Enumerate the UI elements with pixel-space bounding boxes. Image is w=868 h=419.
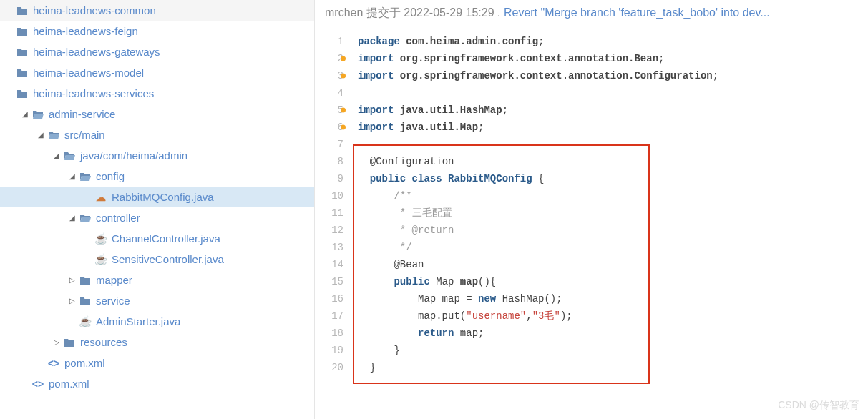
folder-icon (79, 295, 92, 307)
folder-icon (16, 87, 29, 100)
tree-item[interactable]: ▷service (0, 290, 314, 311)
code-line: * 三毛配置 (358, 204, 868, 222)
commit-date: 2022-05-29 15:29 (404, 6, 494, 19)
tree-item-label: java/com/heima/admin (80, 149, 187, 162)
tree-item[interactable]: ☕SensitiveController.java (0, 249, 314, 270)
code-line: public Map map(){ (358, 273, 868, 290)
tree-item[interactable]: heima-leadnews-gateways (0, 41, 314, 62)
line-number: 3 (315, 67, 343, 84)
tree-item-label: heima-leadnews-feign (33, 25, 138, 37)
line-number: 1 (315, 33, 343, 50)
tree-item[interactable]: ☁RabbitMQConfig.java (0, 187, 314, 207)
code-line: } (358, 342, 868, 359)
tree-item-label: controller (96, 212, 140, 224)
tree-item-label: RabbitMQConfig.java (112, 191, 214, 203)
tree-item[interactable]: <>pom.xml (0, 373, 314, 394)
tree-item[interactable]: heima-leadnews-feign (0, 21, 314, 41)
line-number: 10 (315, 187, 343, 204)
expander-icon[interactable]: ◢ (52, 152, 62, 159)
line-number: 9 (315, 170, 343, 187)
line-number: 12 (315, 222, 343, 239)
folder-open-icon (47, 129, 60, 142)
tree-item-label: heima-leadnews-services (33, 87, 154, 99)
line-number: 19 (315, 342, 343, 359)
tree-item[interactable]: heima-leadnews-services (0, 83, 314, 104)
folder-open-icon (31, 108, 44, 121)
code-line (358, 84, 868, 102)
code-line: import java.util.HashMap; (358, 102, 868, 119)
tree-item-label: ChannelController.java (112, 232, 220, 245)
tree-item[interactable]: ☕ChannelController.java (0, 228, 314, 249)
java-m-icon: ☁ (94, 191, 107, 204)
commit-message[interactable]: Revert "Merge branch 'feature_task_bobo'… (504, 6, 770, 19)
tree-item[interactable]: ◢controller (0, 207, 314, 228)
tree-item[interactable]: ◢admin-service (0, 104, 314, 124)
xml-icon: <> (31, 378, 44, 390)
line-number: 14 (315, 256, 343, 273)
commit-submitted-label: 提交于 (366, 6, 401, 19)
tree-item[interactable]: ▷resources (0, 332, 314, 353)
line-number: 6 (315, 119, 343, 136)
tree-item-label: src/main (64, 129, 105, 141)
line-gutter: 1234567891011121314151617181920 (315, 33, 351, 419)
file-tree[interactable]: heima-leadnews-commonheima-leadnews-feig… (0, 0, 315, 419)
tree-item[interactable]: ◢java/com/heima/admin (0, 145, 314, 166)
code-line: import org.springframework.context.annot… (358, 50, 868, 67)
tree-item-label: mapper (96, 274, 132, 286)
expander-icon[interactable]: ◢ (67, 214, 77, 222)
code-line: package com.heima.admin.config; (358, 33, 868, 50)
code-line: @Configuration (358, 153, 868, 170)
folder-icon (16, 46, 29, 59)
tree-item-label: SensitiveController.java (112, 253, 224, 265)
code-line: */ (358, 239, 868, 256)
line-number: 4 (315, 84, 343, 102)
code-panel: mrchen 提交于 2022-05-29 15:29 . Revert "Me… (315, 0, 868, 419)
code-line: import java.util.Map; (358, 119, 868, 136)
java-icon: ☕ (79, 315, 92, 328)
tree-item[interactable]: heima-leadnews-model (0, 62, 314, 83)
code-line: map.put("username","3毛"); (358, 307, 868, 325)
code-lines: package com.heima.admin.config;import or… (351, 33, 868, 419)
expander-icon[interactable]: ▷ (52, 338, 62, 346)
commit-author: mrchen (325, 6, 363, 19)
tree-item-label: service (96, 295, 130, 307)
code-line: } (358, 359, 868, 376)
java-icon: ☕ (94, 253, 107, 266)
expander-icon[interactable]: ◢ (20, 110, 30, 118)
expander-icon[interactable]: ▷ (67, 297, 77, 305)
folder-icon (16, 66, 29, 79)
tree-item[interactable]: ◢config (0, 166, 314, 187)
tree-item[interactable]: <>pom.xml (0, 353, 314, 373)
tree-item-label: config (96, 170, 125, 182)
tree-item-label: AdminStarter.java (96, 315, 180, 327)
code-line: @Bean (358, 256, 868, 273)
line-number: 15 (315, 273, 343, 290)
code-editor[interactable]: 1234567891011121314151617181920 package … (315, 29, 868, 419)
expander-icon[interactable]: ◢ (67, 172, 77, 180)
code-line: return map; (358, 325, 868, 342)
expander-icon[interactable]: ▷ (67, 276, 77, 284)
line-number: 13 (315, 239, 343, 256)
folder-icon (79, 274, 92, 287)
line-number: 7 (315, 136, 343, 153)
folder-icon (16, 25, 29, 38)
tree-item[interactable]: ◢src/main (0, 124, 314, 145)
folder-open-icon (79, 212, 92, 225)
tree-item-label: heima-leadnews-gateways (33, 46, 160, 58)
code-line: /** (358, 187, 868, 204)
folder-icon (16, 4, 29, 17)
xml-icon: <> (47, 357, 60, 370)
line-number: 18 (315, 325, 343, 342)
line-number: 5 (315, 102, 343, 119)
tree-item[interactable]: heima-leadnews-common (0, 0, 314, 21)
tree-item-label: pom.xml (64, 357, 105, 369)
line-number: 11 (315, 204, 343, 222)
tree-item-label: resources (80, 336, 127, 348)
tree-item[interactable]: ▷mapper (0, 270, 314, 290)
code-line: Map map = new HashMap(); (358, 290, 868, 307)
line-number: 2 (315, 50, 343, 67)
java-icon: ☕ (94, 232, 107, 245)
tree-item[interactable]: ☕AdminStarter.java (0, 311, 314, 332)
expander-icon[interactable]: ◢ (36, 131, 46, 139)
line-number: 16 (315, 290, 343, 307)
